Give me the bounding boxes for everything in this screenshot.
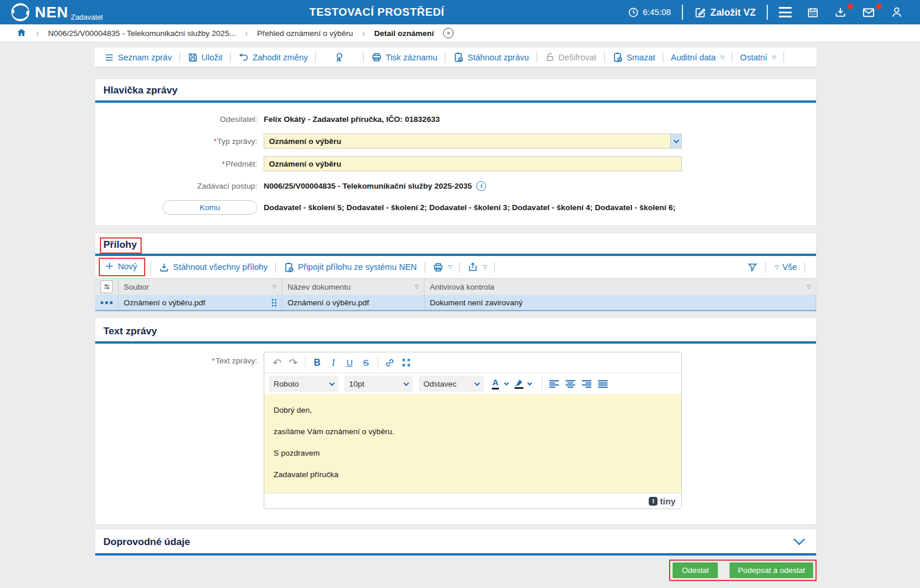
export-attachments-button[interactable]	[465, 262, 489, 272]
breadcrumb-item-procedure[interactable]: N006/25/V00004835 - Telekomunikační služ…	[45, 28, 239, 38]
align-left-button[interactable]	[546, 376, 562, 392]
fullscreen-button[interactable]	[398, 355, 414, 371]
column-settings-button[interactable]	[100, 280, 113, 293]
editor-content[interactable]: Dobrý den, zasíláme Vám oznámení o výběr…	[264, 394, 681, 493]
server-time: 6:45:08	[620, 7, 678, 18]
table-header-row: Soubor Název dokumentu Antivirová kontro…	[95, 279, 816, 295]
message-text-label: *Text zprávy:	[95, 352, 264, 365]
print-attachments-button[interactable]	[430, 262, 455, 273]
save-icon	[188, 52, 198, 63]
bold-button[interactable]: B	[309, 355, 325, 371]
redo-editor-icon[interactable]	[285, 355, 301, 371]
section-title-attachments: Přílohy	[103, 239, 137, 250]
certificate-button[interactable]	[321, 52, 358, 63]
delete-doc-icon	[612, 52, 623, 63]
column-header-nazev-dokumentu[interactable]: Název dokumentu	[282, 279, 425, 295]
download-all-attachments-button[interactable]: Stáhnout všechny přílohy	[156, 262, 270, 273]
sign-and-send-button[interactable]: Podepsat a odeslat	[729, 562, 813, 578]
dropdown-triangle-icon	[483, 264, 487, 270]
font-family-select[interactable]: Roboto	[269, 376, 339, 392]
download-message-button[interactable]: Stáhnout zprávu	[451, 52, 531, 63]
field-recipients: Komu Dodavatel - školení 5; Dodavatel - …	[95, 200, 816, 215]
discard-changes-button[interactable]: Zahodit změny	[236, 52, 310, 63]
profile-button[interactable]	[883, 6, 911, 19]
forecolor-icon: A	[492, 378, 499, 389]
editor-paragraph: Dobrý den,	[274, 406, 672, 414]
divider	[378, 356, 378, 369]
close-icon[interactable]	[443, 28, 454, 38]
info-icon[interactable]: i	[476, 181, 486, 191]
column-header-soubor[interactable]: Soubor	[118, 279, 282, 295]
table-row[interactable]: Oznámení o výběru.pdf Oznámení o výběru.…	[95, 295, 816, 311]
other-actions-button[interactable]: Ostatní	[738, 53, 778, 62]
block-format-select[interactable]: Odstavec	[419, 376, 484, 392]
print-record-button[interactable]: Tisk záznamu	[369, 52, 440, 63]
italic-button[interactable]: I	[325, 355, 342, 371]
undo-editor-icon[interactable]	[269, 355, 285, 371]
calendar-button[interactable]	[799, 6, 826, 19]
select-dropdown-button[interactable]	[670, 134, 681, 148]
create-vz-button[interactable]: Založit VZ	[687, 6, 763, 19]
column-header-antivirova-kontrola[interactable]: Antivirová kontrola	[425, 279, 816, 295]
align-center-button[interactable]	[562, 376, 578, 392]
breadcrumb-separator	[36, 28, 39, 38]
chevron-down-icon[interactable]	[504, 381, 509, 385]
sender-label: Odesílatel:	[95, 115, 264, 124]
row-menu-button[interactable]	[100, 301, 113, 304]
footer-actions: Odeslat Podepsat a odeslat	[95, 560, 817, 581]
align-left-icon	[549, 380, 559, 388]
audit-data-button[interactable]: Auditní data	[669, 53, 727, 62]
menu-button[interactable]	[771, 7, 799, 17]
divider	[494, 262, 495, 273]
recipients-button[interactable]: Komu	[163, 200, 257, 215]
highlight-color-button[interactable]	[513, 376, 524, 392]
underline-button[interactable]: U	[342, 355, 358, 371]
save-button[interactable]: Uložit	[185, 52, 225, 63]
home-button[interactable]	[13, 27, 30, 40]
downloads-button[interactable]	[826, 6, 854, 19]
editor-status-bar: t tiny	[264, 493, 681, 508]
filter-button[interactable]	[745, 262, 760, 273]
expand-section-button[interactable]	[790, 538, 808, 547]
divider	[766, 262, 766, 273]
menu-icon	[779, 7, 792, 17]
editor-toolbar-row2: Roboto 10pt Odstavec A	[264, 373, 681, 394]
sender-value: Felix Okátý - Zadavatel příručka, IČO: 0…	[264, 115, 440, 124]
message-list-button[interactable]: Seznam zpráv	[102, 52, 174, 63]
attachments-toolbar: Nový Stáhnout všechny přílohy	[95, 256, 816, 278]
filter-all-button[interactable]: Vše	[771, 262, 799, 272]
calendar-icon	[807, 6, 819, 19]
fullscreen-icon	[401, 358, 411, 367]
divider	[305, 356, 306, 369]
attach-from-nen-button[interactable]: Připojit přílohu ze systému NEN	[281, 262, 419, 273]
filter-triangle-icon[interactable]	[807, 284, 811, 290]
justify-button[interactable]	[595, 376, 611, 392]
text-color-button[interactable]: A	[490, 376, 501, 392]
plus-icon	[105, 261, 114, 271]
chevron-down-icon	[673, 138, 679, 143]
messages-button[interactable]	[854, 6, 883, 19]
send-button[interactable]: Odeslat	[673, 562, 718, 578]
recipients-label-cell: Komu	[95, 200, 264, 215]
delete-button[interactable]: Smazat	[610, 52, 657, 63]
subject-input[interactable]	[264, 156, 682, 171]
strikethrough-button[interactable]: S	[358, 355, 374, 371]
chevron-down-icon[interactable]	[527, 381, 532, 385]
drag-handle-icon[interactable]	[272, 299, 276, 306]
downloads-badge	[847, 3, 853, 9]
breadcrumb-item-overview[interactable]: Přehled oznámení o výběru	[254, 28, 357, 38]
filter-triangle-icon[interactable]	[272, 284, 276, 290]
divider	[275, 262, 276, 273]
tiny-logo[interactable]: t tiny	[649, 496, 675, 506]
divider	[445, 52, 445, 63]
nen-logo[interactable]: NEN Zadavatel	[0, 2, 134, 22]
font-size-select[interactable]: 10pt	[344, 376, 413, 392]
link-button[interactable]	[382, 355, 398, 371]
create-vz-label: Založit VZ	[710, 7, 756, 18]
filter-triangle-icon[interactable]	[415, 284, 419, 290]
message-type-label: *Typ zprávy:	[95, 137, 264, 146]
new-attachment-button[interactable]: Nový	[102, 261, 139, 271]
align-right-button[interactable]	[578, 376, 595, 392]
message-type-select[interactable]: Oznámení o výběru	[264, 134, 682, 149]
breadcrumb-separator	[245, 28, 248, 38]
